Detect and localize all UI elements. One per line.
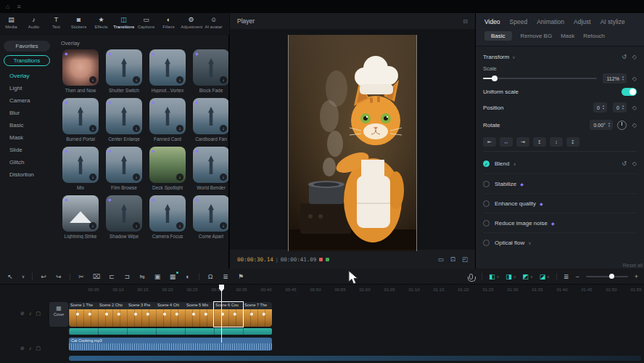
player-viewport[interactable] <box>230 29 475 250</box>
top-tab-adjustment[interactable]: ⚙Adjustment <box>180 15 202 34</box>
transition-hypnot-vortex[interactable]: ◆↓Hypnot...Vortex <box>147 49 188 93</box>
section-reduce-image-noise[interactable]: Reduce image noise◆ <box>483 213 637 232</box>
hide-track-icon[interactable]: ⊘ <box>20 346 25 351</box>
playhead[interactable] <box>221 286 222 343</box>
audio-track-clip[interactable]: Cat Cooking.mp3 <box>69 338 272 351</box>
category-mask[interactable]: Mask <box>4 131 50 144</box>
rotate-dial[interactable] <box>617 121 627 130</box>
lock-track-icon[interactable]: ▢ <box>36 346 41 351</box>
toggle-bullet[interactable] <box>483 200 490 207</box>
home-icon[interactable]: ⌂ <box>6 0 9 13</box>
marker-icon[interactable]: ⚑ <box>236 273 245 280</box>
zoom-out-icon[interactable]: − <box>575 273 579 280</box>
section-enhance-quality[interactable]: Enhance quality◆ <box>483 193 637 213</box>
top-tab-captions[interactable]: ▭Captions <box>135 15 157 34</box>
main-track-magnet-icon[interactable]: ◧∨ <box>489 273 499 280</box>
top-tab-filters[interactable]: ◐Filters <box>157 15 180 34</box>
reset-icon[interactable]: ↺ <box>622 160 627 167</box>
transition-mix[interactable]: ◆↓Mix <box>60 147 101 190</box>
timeline-zoom-slider[interactable] <box>586 276 628 277</box>
subtab-remove-bg[interactable]: Remove BG <box>521 33 553 39</box>
align-bottom-icon[interactable]: ↧ <box>566 137 579 147</box>
top-tab-text[interactable]: TText <box>45 15 67 34</box>
clip-scene-1-the[interactable]: Scene 1 The <box>69 302 98 327</box>
section-optical-flow[interactable]: Optical flow∨ <box>483 232 637 252</box>
ratio-icon[interactable]: ▭ <box>438 256 444 263</box>
mute-track-icon[interactable]: ♪ <box>29 311 32 317</box>
tab-adjust[interactable]: Adjust <box>574 18 591 25</box>
trim-left-icon[interactable]: ⊏ <box>107 273 116 280</box>
select-tool-chevron-icon[interactable]: ∨ <box>21 274 25 279</box>
top-tab-effects[interactable]: ★Effects <box>90 15 112 34</box>
library-tab-transitions[interactable]: Transitions <box>4 55 50 66</box>
category-blur[interactable]: Blur <box>4 107 50 119</box>
clip-scene-5-mix[interactable]: Scene 5 Mix <box>185 302 214 327</box>
transition-deck-spotlight[interactable]: ◆↓Deck Spotlight <box>147 147 188 190</box>
tab-animation[interactable]: Animation <box>537 18 564 25</box>
uniform-scale-toggle[interactable] <box>622 88 637 96</box>
transition-world-bender[interactable]: ◆↓World Bender <box>191 147 228 190</box>
transition-shadow-wipe[interactable]: ◆↓Shadow Wipe <box>104 195 144 239</box>
section-stabilize[interactable]: Stabilize◆ <box>483 174 637 193</box>
lock-track-icon[interactable]: ▢ <box>36 311 41 317</box>
category-distortion[interactable]: Distortion <box>4 168 50 181</box>
clip-scene-6-cou[interactable]: Scene 6 Cou <box>214 302 243 327</box>
category-overlay[interactable]: Overlay <box>4 70 50 82</box>
align-top-icon[interactable]: ↥ <box>533 137 546 147</box>
mute-track-icon[interactable]: ♪ <box>29 346 32 351</box>
keyframe-icon[interactable]: ◇ <box>632 54 637 60</box>
align-center-horizontal-icon[interactable]: ↔ <box>500 137 513 147</box>
transform-header[interactable]: Transform ∨ ↺ ◇ <box>483 49 637 64</box>
clip-scene-2-cho[interactable]: Scene 2 Cho <box>98 302 127 327</box>
trim-right-icon[interactable]: ⊐ <box>123 273 131 280</box>
cover-button[interactable]: ▦ Cover <box>49 302 68 327</box>
transition-lightning-strike[interactable]: ◆↓Lightning Strike <box>60 195 101 239</box>
category-slide[interactable]: Slide <box>4 144 50 156</box>
transition-cardboard-fan[interactable]: ◆↓Cardboard Fan <box>191 98 228 142</box>
position-x-input[interactable]: 0 ▲▼ <box>593 102 607 113</box>
linkage-icon[interactable]: ◩∨ <box>523 273 533 280</box>
top-tab-transitions[interactable]: ◫Transitions <box>112 15 135 34</box>
redo-icon[interactable]: ↪ <box>54 273 63 280</box>
auto-ripple-icon[interactable]: ◨∨ <box>505 273 516 280</box>
category-light[interactable]: Light <box>4 82 50 94</box>
tab-ai-stylize[interactable]: AI stylize <box>600 18 625 25</box>
undo-icon[interactable]: ↩ <box>39 273 48 280</box>
scale-slider-knob[interactable] <box>492 76 498 81</box>
crop-icon[interactable]: ▣ <box>153 273 162 280</box>
snapping-icon[interactable]: ≣ <box>221 273 230 280</box>
timeline-scrollbar[interactable] <box>69 356 641 361</box>
transition-block-fade[interactable]: ◆↓Block Fade <box>191 49 228 93</box>
chroma-key-icon[interactable]: ◐ <box>183 273 192 280</box>
top-tab-media[interactable]: ▤Media <box>0 15 22 34</box>
library-tab-favorites[interactable]: Favorites <box>4 41 50 52</box>
fit-screen-icon[interactable]: ⊡ <box>450 256 455 263</box>
top-tab-audio[interactable]: ♪Audio <box>22 15 45 34</box>
transition-shutter-switch[interactable]: ◆↓Shutter Switch <box>104 49 144 93</box>
timeline-zoom-knob[interactable] <box>609 274 614 279</box>
hide-track-icon[interactable]: ⊘ <box>20 311 25 317</box>
transition-fanned-card[interactable]: ◆↓Fanned Card <box>147 98 188 142</box>
transition-center-enlarge[interactable]: ◆↓Center Enlarge <box>104 98 144 142</box>
transition-burned-portal[interactable]: ◆↓Burned Portal <box>60 98 101 142</box>
keyframe-icon[interactable]: ◇ <box>632 76 637 82</box>
fullscreen-icon[interactable]: ◰ <box>462 256 468 263</box>
text-track-clip[interactable] <box>69 328 272 335</box>
align-left-icon[interactable]: ⇤ <box>483 137 496 147</box>
keyframe-icon[interactable]: ◇ <box>632 122 637 129</box>
position-y-input[interactable]: 0 ▲▼ <box>613 102 627 113</box>
align-center-vertical-icon[interactable]: ↕ <box>550 137 563 147</box>
category-camera[interactable]: Camera <box>4 94 50 107</box>
rotate-stepper[interactable]: ▲▼ <box>608 122 611 128</box>
transition-then-and-now[interactable]: ◆↓Then and Now <box>60 49 101 93</box>
preview-axis-icon[interactable]: ◪∨ <box>540 273 550 280</box>
delete-icon[interactable]: ⌧ <box>92 273 101 280</box>
reset-icon[interactable]: ↺ <box>622 54 627 60</box>
clip-scene-7-the[interactable]: Scene 7 The <box>243 302 272 327</box>
section-blend[interactable]: ✓Blend∨↺◇ <box>483 154 637 174</box>
scale-stepper[interactable]: ▲▼ <box>622 76 624 81</box>
mirror-icon[interactable]: ⇋ <box>138 273 146 280</box>
timeline-ruler[interactable]: 00:0500:1000:1500:2000:2500:3000:3500:40… <box>0 285 644 296</box>
zoom-in-icon[interactable]: + <box>635 273 638 280</box>
enabled-check-icon[interactable]: ✓ <box>483 160 490 167</box>
